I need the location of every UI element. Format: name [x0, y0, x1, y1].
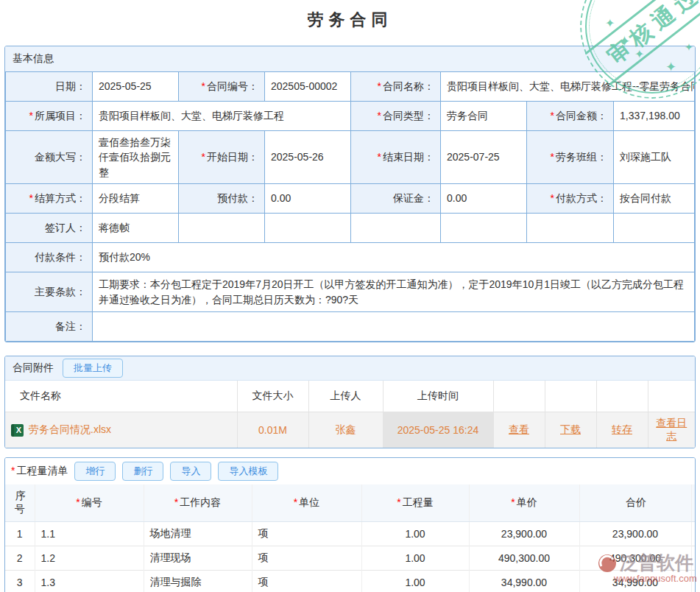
col-header-content: *工作内容 [144, 484, 252, 522]
label-end-date: *结束日期： [351, 131, 441, 184]
value-contract-name: 贵阳项目样板间、大堂、电梯厅装修工程--零星劳务合同 [441, 72, 695, 102]
boq-total: 23,900.00 [579, 522, 691, 546]
col-header-unit: *单位 [252, 484, 361, 522]
boq-content: 场地清理 [144, 522, 252, 546]
boq-code: 1.2 [35, 546, 144, 571]
col-header-action [545, 381, 596, 412]
import-template-button[interactable]: 导入模板 [218, 462, 278, 481]
col-header-total: 合价 [579, 484, 691, 522]
batch-upload-button[interactable]: 批量上传 [63, 359, 123, 378]
boq-row: 2 1.2 清理现场 项 1.00 490,300.00 490,300.00 [5, 546, 695, 571]
col-header-no: 序号 [5, 484, 35, 522]
value-main-terms: 工期要求：本分包工程定于2019年7月20日开工（以甲方签发的开工通知为准），定… [93, 272, 695, 312]
add-row-button[interactable]: 增行 [74, 462, 116, 481]
label-main-terms: 主要条款： [6, 272, 93, 312]
boq-total: 34,990.00 [579, 571, 691, 592]
empty-cell [265, 214, 351, 243]
label-labor-team: *劳务班组： [527, 131, 614, 184]
attachment-upload-time: 2025-05-25 16:24 [383, 412, 493, 448]
col-header-qty: *工程量 [361, 484, 469, 522]
boq-content: 清理现场 [144, 546, 252, 571]
boq-qty: 1.00 [361, 571, 469, 592]
boq-price: 34,990.00 [469, 571, 579, 592]
save-as-link[interactable]: 转存 [612, 423, 632, 435]
value-payment-method: 按合同付款 [614, 184, 695, 214]
attachments-section-title: 合同附件 [13, 362, 54, 375]
col-header-file-name: 文件名称 [5, 381, 237, 412]
empty-cell [179, 214, 265, 243]
boq-unit: 项 [252, 522, 361, 546]
boq-no: 2 [5, 546, 35, 571]
attachment-size: 0.01M [237, 412, 308, 448]
boq-section: *工程量清单 增行 删行 导入 导入模板 序号 *编号 *工作内容 *单位 *工… [4, 457, 696, 592]
basic-info-section: 基本信息 日期： 2025-05-25 *合同编号： 202505-00002 … [4, 46, 696, 342]
col-header-action [596, 381, 648, 412]
value-remark [93, 312, 695, 342]
col-header-action [493, 381, 545, 412]
label-payment-terms: 付款条件： [6, 243, 93, 272]
boq-row: 3 1.3 清理与掘除 项 1.00 34,990.00 34,990.00 [5, 571, 695, 592]
value-date: 2025-05-25 [93, 72, 179, 102]
label-contract-amount: *合同金额： [527, 102, 614, 131]
value-settlement: 分段结算 [93, 184, 179, 214]
value-contract-no: 202505-00002 [265, 72, 351, 102]
basic-info-table: 日期： 2025-05-25 *合同编号： 202505-00002 *合同名称… [5, 71, 695, 342]
delete-row-button[interactable]: 删行 [122, 462, 163, 481]
value-end-date: 2025-07-25 [441, 131, 527, 184]
value-prepayment: 0.00 [265, 184, 351, 214]
boq-no: 1 [5, 522, 35, 546]
label-prepayment: 预付款： [179, 184, 265, 214]
table-gutter [691, 484, 695, 522]
boq-total: 490,300.00 [579, 546, 691, 571]
label-remark: 备注： [6, 312, 93, 342]
boq-unit: 项 [252, 571, 361, 592]
excel-file-icon: X [11, 424, 24, 437]
label-contract-no: *合同编号： [179, 72, 265, 102]
value-signer: 蒋德帧 [93, 214, 179, 243]
label-date: 日期： [6, 72, 93, 102]
col-header-upload-time: 上传时间 [383, 381, 493, 412]
col-header-file-size: 文件大小 [237, 381, 308, 412]
boq-row: 1 1.1 场地清理 项 1.00 23,900.00 23,900.00 [5, 522, 695, 546]
attachments-header: 合同附件 批量上传 [5, 356, 695, 381]
boq-content: 清理与掘除 [144, 571, 252, 592]
boq-table: 序号 *编号 *工作内容 *单位 *工程量 *单价 合价 1 1.1 场地清理 … [5, 484, 695, 592]
value-project: 贵阳项目样板间、大堂、电梯厅装修工程 [93, 102, 351, 131]
value-start-date: 2025-05-26 [265, 131, 351, 184]
col-header-code: *编号 [35, 484, 144, 522]
import-button[interactable]: 导入 [170, 462, 211, 481]
attachments-table: 文件名称 文件大小 上传人 上传时间 X 劳务合同情况.xlsx 0.01M 张… [5, 381, 695, 448]
boq-qty: 1.00 [361, 546, 469, 571]
col-header-price: *单价 [469, 484, 579, 522]
boq-code: 1.1 [35, 522, 144, 546]
boq-unit: 项 [252, 546, 361, 571]
view-log-link[interactable]: 查看日志 [656, 417, 687, 442]
value-payment-terms: 预付款20% [93, 243, 695, 272]
label-contract-name: *合同名称： [351, 72, 441, 102]
labor-contract-page: 劳务合同 基本信息 日期： 2025-05-25 *合同编号： 202505-0… [0, 0, 700, 592]
attachment-name-cell: X 劳务合同情况.xlsx [5, 412, 237, 448]
boq-price: 23,900.00 [469, 522, 579, 546]
label-deposit: 保证金： [351, 184, 441, 214]
label-project: *所属项目： [6, 102, 93, 131]
value-amount-words: 壹佰叁拾叁万柒仟壹佰玖拾捌元整 [93, 131, 179, 184]
label-payment-method: *付款方式： [527, 184, 614, 214]
attachments-section: 合同附件 批量上传 文件名称 文件大小 上传人 上传时间 X [4, 356, 696, 448]
download-link[interactable]: 下载 [560, 423, 581, 435]
basic-info-section-title: 基本信息 [5, 46, 695, 71]
col-header-uploader: 上传人 [308, 381, 383, 412]
view-link[interactable]: 查看 [509, 423, 529, 435]
page-title: 劳务合同 [0, 0, 700, 38]
attachment-file-link[interactable]: 劳务合同情况.xlsx [29, 423, 111, 437]
attachment-uploader: 张鑫 [308, 412, 383, 448]
empty-cell [614, 214, 695, 243]
label-signer: 签订人： [6, 214, 93, 243]
boq-price: 490,300.00 [469, 546, 579, 571]
label-start-date: *开始日期： [179, 131, 265, 184]
col-header-action [648, 381, 695, 412]
label-contract-type: *合同类型： [351, 102, 441, 131]
table-gutter [691, 571, 695, 592]
boq-no: 3 [5, 571, 35, 592]
empty-cell [351, 214, 441, 243]
value-contract-amount: 1,337,198.00 [614, 102, 695, 131]
